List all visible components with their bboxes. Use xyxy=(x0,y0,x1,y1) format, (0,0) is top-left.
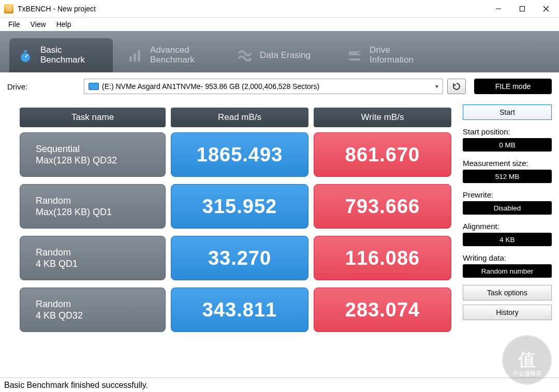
window-title: TxBENCH - New project xyxy=(18,5,96,13)
menu-file[interactable]: File xyxy=(3,19,25,29)
start-button[interactable]: Start xyxy=(463,104,552,120)
start-position-label: Start position: xyxy=(463,127,552,136)
drive-row: Drive: (E:) NVMe Asgard AN1TNVMe- 953.86… xyxy=(0,72,559,97)
writing-data-label: Writing data: xyxy=(463,253,552,262)
alignment-group: Alignment: 4 KB xyxy=(463,222,552,246)
menubar: File View Help xyxy=(0,18,559,31)
drive-icon xyxy=(346,47,363,64)
app-icon xyxy=(4,4,13,13)
task-name: SequentialMax(128 KB) QD32 xyxy=(20,132,166,177)
disk-icon xyxy=(89,83,99,90)
results-table: Task name Read mB/s Write mB/s Sequentia… xyxy=(7,97,457,339)
window-controls xyxy=(487,1,558,17)
prewrite-label: Prewrite: xyxy=(463,190,552,199)
tab-label: Data Erasing xyxy=(260,51,311,61)
maximize-button[interactable] xyxy=(510,1,534,17)
svg-rect-8 xyxy=(134,53,136,62)
measurement-size-value[interactable]: 512 MB xyxy=(463,170,552,183)
table-row: Random4 KB QD1 33.270 116.086 xyxy=(20,236,451,280)
measurement-size-label: Measurement size: xyxy=(463,159,552,168)
drive-selected-text: (E:) NVMe Asgard AN1TNVMe- 953.86 GB (2,… xyxy=(102,82,319,91)
svg-point-12 xyxy=(358,53,360,54)
writing-data-value[interactable]: Random number xyxy=(463,264,552,278)
tab-label: Benchmark xyxy=(40,55,85,65)
write-value: 116.086 xyxy=(314,236,451,280)
read-value: 315.952 xyxy=(171,184,308,229)
task-options-button[interactable]: Task options xyxy=(463,285,552,300)
task-name: Random4 KB QD1 xyxy=(20,236,166,280)
tab-label: Benchmark xyxy=(150,55,195,65)
read-value: 343.811 xyxy=(171,288,308,332)
svg-rect-11 xyxy=(349,58,360,61)
tab-data-erasing[interactable]: Data Erasing xyxy=(229,38,332,72)
header-write: Write mB/s xyxy=(314,108,451,127)
bars-icon xyxy=(126,47,144,64)
table-row: SequentialMax(128 KB) QD32 1865.493 861.… xyxy=(20,132,451,177)
read-value: 1865.493 xyxy=(171,132,308,177)
tab-label: Basic xyxy=(40,46,85,55)
svg-rect-5 xyxy=(24,50,27,52)
table-row: RandomMax(128 KB) QD1 315.952 793.666 xyxy=(20,184,451,229)
write-value: 283.074 xyxy=(314,288,451,332)
prewrite-value[interactable]: Disabled xyxy=(463,201,552,215)
svg-rect-7 xyxy=(129,56,132,62)
tab-label: Information xyxy=(370,55,414,65)
table-row: Random4 KB QD32 343.811 283.074 xyxy=(20,288,451,332)
task-name: RandomMax(128 KB) QD1 xyxy=(20,184,166,229)
status-text: Basic Benchmark finished successfully. xyxy=(4,381,148,390)
tab-drive-information[interactable]: DriveInformation xyxy=(339,38,442,72)
main: Task name Read mB/s Write mB/s Sequentia… xyxy=(0,97,559,339)
file-mode-button[interactable]: FILE mode xyxy=(474,79,552,94)
alignment-value[interactable]: 4 KB xyxy=(463,233,552,246)
menu-view[interactable]: View xyxy=(25,19,51,29)
tab-label: Advanced xyxy=(150,46,195,55)
status-bar: Basic Benchmark finished successfully. xyxy=(0,378,559,392)
minimize-button[interactable] xyxy=(487,1,510,17)
tab-label: Drive xyxy=(370,46,414,55)
task-name: Random4 KB QD32 xyxy=(20,288,166,332)
tab-basic-benchmark[interactable]: BasicBenchmark xyxy=(9,38,113,72)
start-position-group: Start position: 0 MB xyxy=(463,127,552,152)
watermark-sub: 什么值得买 xyxy=(513,370,541,378)
measurement-size-group: Measurement size: 512 MB xyxy=(463,159,552,183)
chevron-down-icon: ▾ xyxy=(435,83,438,90)
start-position-value[interactable]: 0 MB xyxy=(463,138,552,152)
writing-data-group: Writing data: Random number xyxy=(463,253,552,278)
alignment-label: Alignment: xyxy=(463,222,552,231)
side-panel: Start Start position: 0 MB Measurement s… xyxy=(463,97,552,339)
drive-select[interactable]: (E:) NVMe Asgard AN1TNVMe- 953.86 GB (2,… xyxy=(84,79,443,94)
drive-label: Drive: xyxy=(7,82,80,91)
stopwatch-icon xyxy=(17,47,34,64)
read-value: 33.270 xyxy=(171,236,308,280)
refresh-button[interactable] xyxy=(447,79,466,94)
wave-icon xyxy=(236,47,254,64)
file-mode-label: FILE mode xyxy=(495,82,531,91)
prewrite-group: Prewrite: Disabled xyxy=(463,190,552,215)
titlebar: TxBENCH - New project xyxy=(0,0,559,18)
refresh-icon xyxy=(452,82,461,91)
write-value: 793.666 xyxy=(314,184,451,229)
results-header: Task name Read mB/s Write mB/s xyxy=(20,108,451,127)
write-value: 861.670 xyxy=(314,132,451,177)
svg-rect-9 xyxy=(138,50,140,62)
svg-rect-1 xyxy=(520,6,525,11)
history-button[interactable]: History xyxy=(463,305,552,320)
tabstrip: BasicBenchmark AdvancedBenchmark Data Er… xyxy=(0,31,559,72)
close-button[interactable] xyxy=(534,1,558,17)
header-read: Read mB/s xyxy=(171,108,308,127)
menu-help[interactable]: Help xyxy=(51,19,77,29)
tab-advanced-benchmark[interactable]: AdvancedBenchmark xyxy=(119,38,223,72)
watermark: 值 什么值得买 xyxy=(502,335,552,385)
header-task: Task name xyxy=(20,108,166,127)
